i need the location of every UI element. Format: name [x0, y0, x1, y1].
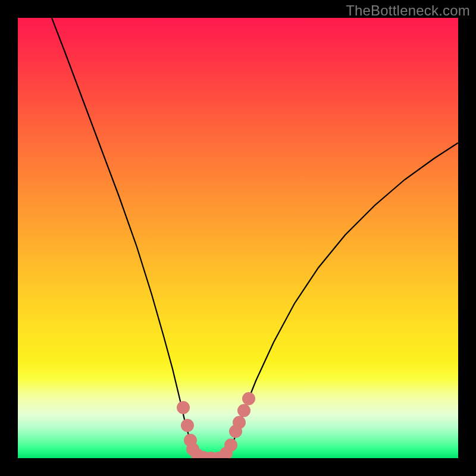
bottleneck-curve — [52, 18, 458, 458]
marker-right-up2 — [237, 404, 250, 417]
marker-left-upper — [177, 401, 190, 414]
marker-group — [177, 392, 255, 458]
chart-overlay — [18, 18, 458, 458]
marker-right-up3 — [242, 392, 255, 405]
watermark-text: TheBottleneck.com — [346, 2, 470, 19]
marker-right-low2 — [224, 439, 237, 452]
marker-right-up1 — [233, 416, 246, 429]
chart-frame: TheBottleneck.com — [0, 0, 476, 476]
plot-area — [18, 18, 458, 458]
marker-left-mid — [181, 419, 194, 432]
